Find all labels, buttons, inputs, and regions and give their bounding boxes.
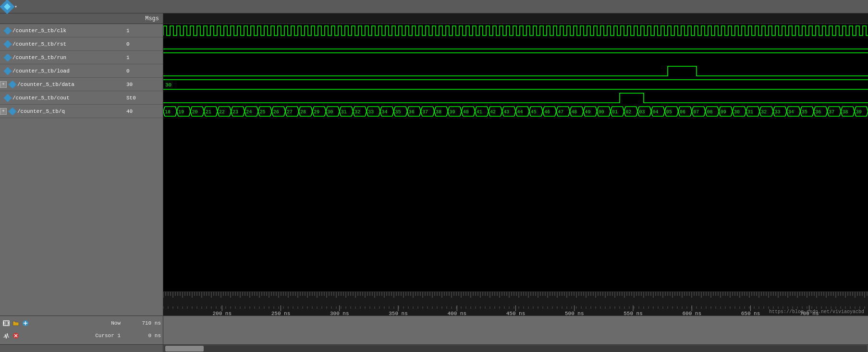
waveform-header — [163, 13, 868, 24]
signal-name-run: /counter_5_tb/run — [12, 55, 124, 61]
scrollbar-thumb[interactable] — [165, 346, 204, 352]
toolbar-logo-icon[interactable] — [0, 0, 15, 14]
cursor1-label: Cursor 1 — [95, 333, 121, 339]
url-label: https://blog.csdn.net/viviaoyacbd — [769, 309, 864, 315]
signal-row-rst[interactable]: /counter_5_tb/rst 0 — [0, 37, 163, 51]
scrollbar-left — [0, 345, 163, 352]
waveform-area[interactable] — [163, 24, 868, 291]
signal-name-rst: /counter_5_tb/rst — [12, 41, 124, 47]
waveform-panel: https://blog.csdn.net/viviaoyacbd — [163, 13, 868, 316]
expand-data-button[interactable]: + — [0, 81, 7, 88]
signal-value-rst: 0 — [124, 41, 163, 47]
status-icon-add[interactable] — [21, 319, 30, 328]
signal-value-load: 0 — [124, 68, 163, 74]
signal-value-q: 40 — [124, 109, 163, 114]
scrollbar-area — [0, 344, 868, 352]
signal-value-run: 1 — [124, 55, 163, 61]
content-area: Msgs /counter_5_tb/clk 1 /counter_5_tb/r… — [0, 13, 868, 316]
signal-row-q[interactable]: + /counter_5_tb/q 40 — [0, 105, 163, 118]
signal-name-data: /counter_5_tb/data — [17, 82, 124, 87]
status-icons-now — [2, 319, 30, 328]
cursor1-value: 0 ns — [122, 333, 161, 339]
status-icon-folder[interactable] — [12, 319, 20, 328]
signal-value-clk: 1 — [124, 28, 163, 34]
signal-name-clk: /counter_5_tb/clk — [12, 28, 124, 34]
signal-row-load[interactable]: /counter_5_tb/load 0 — [0, 64, 163, 78]
status-icon-film[interactable] — [2, 319, 11, 328]
signal-row-run[interactable]: /counter_5_tb/run 1 — [0, 51, 163, 64]
scrollbar-right[interactable] — [163, 345, 868, 352]
status-icon-cursor-red[interactable] — [12, 331, 20, 340]
status-left: Now 710 ns Cursor 1 0 ns — [0, 316, 163, 344]
signal-name-q: /counter_5_tb/q — [17, 109, 124, 114]
waveform-canvas — [163, 24, 868, 291]
now-value: 710 ns — [122, 320, 161, 326]
signal-row-cout[interactable]: /counter_5_tb/cout St0 — [0, 91, 163, 105]
svg-rect-2 — [8, 322, 9, 325]
status-icon-cursor-wave[interactable] — [2, 331, 11, 340]
signal-value-data: 30 — [124, 82, 163, 87]
signal-row-data[interactable]: + /counter_5_tb/data 30 — [0, 78, 163, 91]
status-row-cursor: Cursor 1 0 ns — [2, 329, 161, 342]
svg-rect-1 — [3, 322, 4, 325]
toolbar: ▾ — [0, 0, 868, 13]
now-label: Now — [111, 320, 121, 326]
expand-q-button[interactable]: + — [0, 108, 7, 115]
status-icons-cursor — [2, 331, 20, 340]
timeline-canvas — [163, 292, 868, 316]
msgs-label: Msgs — [145, 15, 159, 22]
scrollbar-track — [164, 345, 867, 352]
signal-row-clk[interactable]: /counter_5_tb/clk 1 — [0, 24, 163, 37]
signal-header: Msgs — [0, 13, 163, 24]
signal-list: /counter_5_tb/clk 1 /counter_5_tb/rst 0 … — [0, 24, 163, 316]
timeline-area: https://blog.csdn.net/viviaoyacbd — [163, 291, 868, 316]
signal-name-cout: /counter_5_tb/cout — [12, 95, 124, 101]
status-row-now: Now 710 ns — [2, 317, 161, 329]
signal-name-load: /counter_5_tb/load — [12, 68, 124, 74]
status-right — [163, 316, 868, 344]
status-bar: Now 710 ns Cursor 1 0 ns — [0, 316, 868, 344]
signal-value-cout: St0 — [124, 95, 163, 101]
signal-panel: Msgs /counter_5_tb/clk 1 /counter_5_tb/r… — [0, 13, 163, 316]
